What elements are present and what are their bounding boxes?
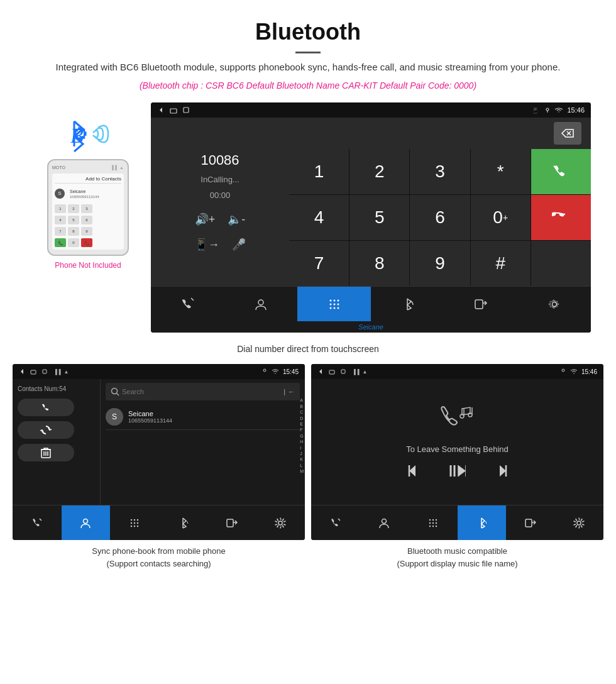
delete-icon [41,447,51,458]
music-nav-contacts[interactable] [360,505,409,540]
alpha-j[interactable]: J [300,451,304,456]
key-3[interactable]: 3 [410,149,470,194]
contacts-caption: Sync phone-book from mobile phone (Suppo… [92,545,225,570]
key-0[interactable]: 0 [68,238,79,247]
music-nav-bt[interactable] [458,505,507,540]
music-nav-call[interactable] [311,505,360,540]
key-7[interactable]: 7 [289,241,349,286]
mute-icon[interactable]: 🎤 [232,238,246,251]
alpha-m[interactable]: M [300,469,304,474]
alpha-i[interactable]: I [300,446,304,451]
key-6[interactable]: 6 [81,216,92,224]
contacts-search-input[interactable] [122,388,283,395]
nav-contacts-item[interactable] [224,286,298,321]
music-nav-settings[interactable] [555,505,604,540]
contacts-nav-transfer[interactable] [207,505,256,540]
key-9[interactable]: 9 [81,227,92,236]
alpha-b[interactable]: B [300,404,304,409]
key-4[interactable]: 4 [55,216,66,224]
phone-brand: MOTO [52,165,65,170]
alpha-k[interactable]: K [300,457,304,462]
alpha-f[interactable]: F [300,428,304,433]
contacts-nav-bt-icon [177,517,189,529]
contacts-nav-settings[interactable] [256,505,305,540]
music-nav-dialpad[interactable] [409,505,458,540]
contacts-time: 15:45 [283,368,299,375]
svg-rect-53 [329,370,334,374]
nav-settings-item[interactable] [517,286,591,321]
key-4[interactable]: 4 [289,195,349,240]
key-8[interactable]: 8 [68,227,79,236]
search-back-arrow[interactable]: ← [288,388,295,395]
key-1[interactable]: 1 [55,204,66,213]
music-nav-settings-icon [573,517,585,529]
dial-status-bar: 📱 15:46 [151,102,591,118]
contacts-nav-bt[interactable] [159,505,208,540]
key-hash[interactable]: # [471,241,531,286]
call-button[interactable] [531,149,591,194]
play-pause-button[interactable] [449,464,466,482]
end-call-button[interactable] [531,195,591,240]
alpha-e[interactable]: E [300,422,304,427]
search-cursor: | [283,388,285,395]
contacts-nav-call[interactable] [13,505,62,540]
svg-rect-49 [227,519,233,527]
keypad-row-3: 7 8 9 [55,227,121,236]
delete-btn[interactable] [18,444,74,461]
key-8[interactable]: 8 [349,241,409,286]
music-caption-line1: Bluetooth music compatible [407,546,507,556]
dial-volume-row: 🔊+ 🔈- [195,212,246,226]
music-status-left: ▌▌ ▲ [317,368,367,375]
volume-up-icon[interactable]: 🔊+ [195,212,216,226]
alpha-l[interactable]: L [300,463,304,468]
svg-point-77 [436,522,437,524]
alpha-c[interactable]: C [300,410,304,415]
call-contacts-btn[interactable] [18,399,74,416]
key-7[interactable]: 7 [55,227,66,236]
prev-track-button[interactable] [408,464,424,482]
music-android-screen: ▌▌ ▲ 15:46 [311,364,603,540]
volume-down-icon[interactable]: 🔈- [228,212,245,226]
key-5[interactable]: 5 [68,216,79,224]
svg-rect-5 [184,108,189,113]
sync-btn[interactable] [18,421,74,439]
key-5[interactable]: 5 [349,195,409,240]
contacts-nav-contacts[interactable] [62,505,111,540]
svg-point-46 [134,526,135,527]
key-2[interactable]: 2 [68,204,79,213]
nav-dialpad-item[interactable] [297,286,371,321]
svg-point-74 [436,519,437,521]
contacts-wifi-icon [272,368,279,375]
nav-bluetooth-item[interactable] [371,286,444,321]
key-9[interactable]: 9 [410,241,470,286]
contacts-nav-dialpad[interactable] [110,505,159,540]
dial-android-screen: 📱 15:46 10086 InCalling... 00:00 [151,102,591,333]
key-0plus[interactable]: 0+ [471,195,531,240]
top-row: ⭘ B MOTO ▌▌ ▲ [13,102,603,333]
nav-transfer-item[interactable] [444,286,518,321]
key-2[interactable]: 2 [349,149,409,194]
key-call[interactable]: 📞 [55,238,66,247]
music-nav-transfer[interactable] [506,505,555,540]
alpha-h[interactable]: H [300,439,304,444]
alpha-d[interactable]: D [300,416,304,421]
svg-marker-67 [458,465,466,477]
contacts-status-right: 15:45 [261,368,299,375]
key-6[interactable]: 6 [410,195,470,240]
alpha-g[interactable]: G [300,434,304,439]
key-end[interactable]: 📞 [81,238,92,247]
nav-call-item[interactable] [151,286,224,321]
backspace-button[interactable] [554,122,581,145]
music-nav-call-icon [330,517,341,529]
transfer-icon[interactable]: 📱→ [194,238,219,251]
dial-number: 10086 [201,152,239,168]
key-3[interactable]: 3 [81,204,92,213]
alpha-a[interactable]: A [300,398,304,403]
key-star[interactable]: * [471,149,531,194]
contact-list-item[interactable]: S Seicane 10655059113144 [106,404,300,430]
next-track-button[interactable] [491,464,507,482]
contacts-back-icon [19,368,25,375]
contacts-nav-contacts-icon [80,517,91,529]
recent-apps-icon [182,106,190,114]
key-1[interactable]: 1 [289,149,349,194]
